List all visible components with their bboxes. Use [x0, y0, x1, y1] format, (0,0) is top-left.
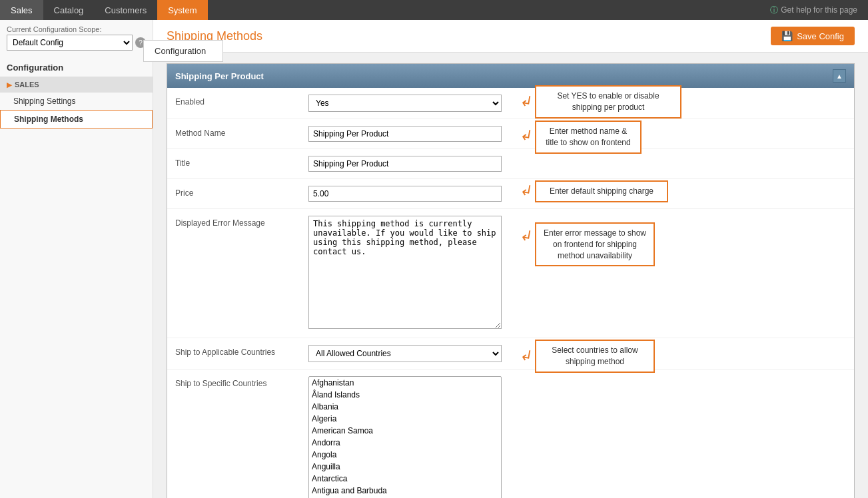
sidebar-group-sales[interactable]: ▶ SALES	[0, 77, 153, 93]
title-control	[308, 156, 502, 172]
method-name-row: Method Name ↳ Enter method name &title t…	[167, 119, 854, 149]
countries-callout: Select countries to allowshipping method	[535, 340, 655, 373]
country-antarctica[interactable]: Antarctica	[309, 473, 501, 485]
nav-system[interactable]: System	[157, 0, 207, 20]
ship-applicable-row: Ship to Applicable Countries All Allowed…	[167, 338, 854, 370]
method-name-input[interactable]	[308, 126, 502, 142]
error-message-textarea[interactable]: This shipping method is currently unavai…	[308, 216, 502, 329]
main-content: Shipping Methods 💾 Save Config Shipping …	[153, 20, 868, 498]
ship-specific-control: Afghanistan Åland Islands Albania Algeri…	[308, 376, 502, 498]
title-input[interactable]	[308, 156, 502, 172]
sidebar: Current Configuration Scope: Default Con…	[0, 20, 153, 498]
price-arrow-icon: ↳	[519, 182, 534, 201]
title-label: Title	[175, 156, 308, 168]
price-input[interactable]	[308, 186, 502, 202]
country-american-samoa[interactable]: American Samoa	[309, 425, 501, 437]
top-nav: Sales Catalog Customers System ⓘ Get hel…	[0, 0, 868, 20]
help-text: Get help for this page	[781, 5, 857, 15]
nav-sales[interactable]: Sales	[0, 0, 43, 20]
sidebar-item-shipping-settings[interactable]: Shipping Settings	[0, 93, 153, 110]
price-row: Price ↳ Enter default shipping charge	[167, 179, 854, 209]
price-control	[308, 186, 502, 202]
country-anguilla[interactable]: Anguilla	[309, 461, 501, 473]
section-body: Enabled Yes No ↳ Set YES to enable or	[167, 88, 854, 498]
ship-applicable-select[interactable]: All Allowed Countries Specific Countries	[308, 345, 502, 362]
ship-specific-label: Ship to Specific Countries	[175, 376, 308, 388]
method-name-callout: Enter method name &title to show on fron…	[535, 121, 642, 154]
error-callout-group: ↳ Enter error message to showon frontend…	[520, 222, 655, 266]
country-angola[interactable]: Angola	[309, 449, 501, 461]
error-message-row: Displayed Error Message This shipping me…	[167, 209, 854, 338]
help-icon: ⓘ	[770, 5, 778, 16]
save-config-label: Save Config	[797, 31, 844, 41]
error-message-label: Displayed Error Message	[175, 216, 308, 228]
menu-configuration[interactable]: Configuration	[144, 41, 222, 61]
section-title: Shipping Per Product	[175, 71, 264, 81]
method-arrow-icon: ↳	[519, 126, 534, 146]
save-icon: 💾	[781, 31, 793, 41]
ship-applicable-control: All Allowed Countries Specific Countries	[308, 345, 502, 362]
content-area: Current Configuration Scope: Default Con…	[0, 20, 868, 498]
scope-label: Current Configuration Scope:	[0, 20, 153, 35]
page-wrapper: Sales Catalog Customers System ⓘ Get hel…	[0, 0, 868, 498]
enabled-callout-group: ↳ Set YES to enable or disable shipping …	[520, 85, 681, 119]
nav-catalog[interactable]: Catalog	[43, 0, 95, 20]
enabled-select[interactable]: Yes No	[308, 95, 502, 112]
error-message-control: This shipping method is currently unavai…	[308, 216, 502, 331]
price-callout: Enter default shipping charge	[535, 180, 668, 202]
country-antigua[interactable]: Antigua and Barbuda	[309, 485, 501, 497]
country-andorra[interactable]: Andorra	[309, 437, 501, 449]
countries-arrow-icon: ↳	[519, 346, 534, 366]
method-name-label: Method Name	[175, 126, 308, 138]
sales-group-label: SALES	[15, 81, 39, 89]
country-afghanistan[interactable]: Afghanistan	[309, 377, 501, 389]
price-label: Price	[175, 186, 308, 198]
ship-applicable-label: Ship to Applicable Countries	[175, 345, 308, 357]
method-name-control	[308, 126, 502, 142]
sidebar-title: Configuration	[0, 56, 153, 77]
country-aland[interactable]: Åland Islands	[309, 389, 501, 401]
sales-arrow-icon: ▶	[7, 81, 12, 89]
page-header: Shipping Methods 💾 Save Config	[153, 20, 868, 53]
nav-customers[interactable]: Customers	[94, 0, 157, 20]
country-albania[interactable]: Albania	[309, 401, 501, 413]
section-header: Shipping Per Product ▲	[167, 64, 854, 88]
collapse-button[interactable]: ▲	[833, 69, 846, 83]
shipping-per-product-panel: Shipping Per Product ▲ Enabled Yes No	[167, 63, 855, 498]
scope-select[interactable]: Default Config	[7, 35, 133, 51]
method-name-callout-group: ↳ Enter method name &title to show on fr…	[520, 121, 642, 154]
enabled-arrow-icon: ↳	[519, 92, 534, 111]
ship-specific-listbox[interactable]: Afghanistan Åland Islands Albania Algeri…	[308, 376, 502, 498]
countries-callout-group: ↳ Select countries to allowshipping meth…	[520, 340, 655, 373]
country-algeria[interactable]: Algeria	[309, 413, 501, 425]
system-dropdown: Configuration	[143, 40, 223, 62]
enabled-callout: Set YES to enable or disable shipping pe…	[535, 85, 681, 119]
scope-select-row: Default Config ?	[0, 35, 153, 56]
enabled-control: Yes No	[308, 95, 502, 112]
enabled-row: Enabled Yes No ↳ Set YES to enable or	[167, 88, 854, 119]
sidebar-item-shipping-methods[interactable]: Shipping Methods	[0, 110, 153, 128]
price-callout-group: ↳ Enter default shipping charge	[520, 180, 668, 202]
ship-specific-row: Ship to Specific Countries Afghanistan Å…	[167, 370, 854, 498]
title-row: Title	[167, 149, 854, 179]
help-text-area: ⓘ Get help for this page	[759, 0, 868, 20]
error-arrow-icon: ↳	[519, 227, 534, 246]
enabled-label: Enabled	[175, 95, 308, 107]
error-callout: Enter error message to showon frontend f…	[535, 222, 655, 266]
main-inner: Shipping Methods 💾 Save Config Shipping …	[153, 20, 868, 498]
save-config-button[interactable]: 💾 Save Config	[771, 27, 855, 45]
